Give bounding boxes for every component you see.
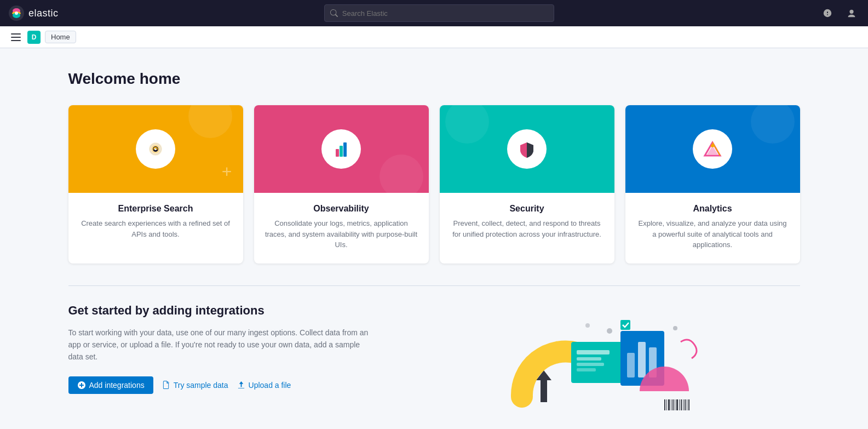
svg-rect-40 bbox=[672, 399, 674, 410]
observability-card[interactable]: Observability Consolidate your logs, met… bbox=[254, 105, 429, 264]
integrations-title: Get started by adding integrations bbox=[68, 304, 375, 318]
add-integrations-button[interactable]: Add integrations bbox=[68, 376, 153, 394]
security-card[interactable]: Security Prevent, collect, detect, and r… bbox=[440, 105, 614, 264]
svg-point-4 bbox=[15, 12, 18, 15]
svg-rect-27 bbox=[627, 353, 635, 377]
enterprise-search-icon-circle bbox=[136, 129, 175, 169]
top-navigation: elastic bbox=[0, 0, 868, 26]
analytics-desc: Explore, visualize, and analyze your dat… bbox=[636, 218, 789, 250]
svg-rect-38 bbox=[668, 399, 670, 410]
svg-rect-7 bbox=[11, 40, 21, 41]
analytics-card[interactable]: Analytics Explore, visualize, and analyz… bbox=[625, 105, 800, 264]
try-sample-data-button[interactable]: Try sample data bbox=[162, 381, 228, 390]
analytics-banner bbox=[625, 105, 800, 193]
search-bar[interactable] bbox=[324, 4, 554, 22]
svg-rect-37 bbox=[666, 399, 667, 410]
security-desc: Prevent, collect, detect, and respond to… bbox=[451, 218, 603, 239]
integrations-text-block: Get started by adding integrations To st… bbox=[68, 304, 375, 394]
observability-banner bbox=[254, 105, 429, 193]
svg-rect-41 bbox=[675, 399, 675, 410]
elastic-logo-icon bbox=[9, 5, 24, 21]
observability-icon-circle bbox=[321, 129, 361, 169]
svg-rect-47 bbox=[687, 399, 687, 410]
upload-file-button[interactable]: Upload a file bbox=[237, 381, 291, 390]
breadcrumb-bar: D Home bbox=[0, 26, 868, 48]
hamburger-icon bbox=[11, 32, 21, 42]
observability-body: Observability Consolidate your logs, met… bbox=[254, 193, 429, 264]
add-integrations-label: Add integrations bbox=[89, 381, 145, 390]
svg-rect-44 bbox=[681, 399, 682, 410]
svg-rect-6 bbox=[11, 37, 21, 38]
integrations-graphic bbox=[500, 298, 708, 419]
svg-rect-43 bbox=[679, 399, 680, 410]
svg-rect-12 bbox=[336, 149, 339, 157]
help-button[interactable] bbox=[820, 5, 835, 21]
help-icon bbox=[823, 8, 832, 18]
svg-rect-13 bbox=[340, 146, 343, 157]
integrations-section: Get started by adding integrations To st… bbox=[68, 304, 800, 413]
enterprise-search-body: Enterprise Search Create search experien… bbox=[68, 193, 243, 253]
svg-rect-35 bbox=[620, 320, 630, 330]
logo-label: elastic bbox=[28, 8, 59, 19]
plus-decoration: + bbox=[222, 162, 232, 182]
breadcrumb-home[interactable]: Home bbox=[45, 31, 76, 43]
analytics-body: Analytics Explore, visualize, and analyz… bbox=[625, 193, 800, 264]
svg-rect-46 bbox=[685, 399, 686, 410]
svg-rect-42 bbox=[676, 399, 678, 410]
enterprise-search-title: Enterprise Search bbox=[79, 204, 232, 214]
section-divider bbox=[68, 285, 800, 286]
enterprise-search-card[interactable]: + Enterprise Search Create bbox=[68, 105, 243, 264]
svg-rect-39 bbox=[671, 399, 671, 410]
search-input[interactable] bbox=[342, 9, 548, 18]
enterprise-search-desc: Create search experiences with a refined… bbox=[79, 218, 232, 239]
page-title: Welcome home bbox=[68, 70, 800, 88]
space-badge[interactable]: D bbox=[27, 31, 41, 44]
integrations-actions: Add integrations Try sample data Upload … bbox=[68, 376, 375, 394]
upload-icon bbox=[237, 381, 245, 389]
security-icon-circle bbox=[507, 129, 547, 169]
integrations-description: To start working with your data, use one… bbox=[68, 327, 375, 363]
security-title: Security bbox=[451, 204, 603, 214]
svg-point-33 bbox=[673, 326, 677, 330]
svg-point-18 bbox=[711, 144, 714, 147]
logo[interactable]: elastic bbox=[9, 5, 59, 21]
svg-point-32 bbox=[607, 328, 612, 334]
search-bar-wrapper bbox=[65, 4, 813, 22]
svg-rect-25 bbox=[577, 368, 596, 371]
svg-rect-21 bbox=[571, 342, 626, 383]
enterprise-search-icon bbox=[144, 138, 167, 161]
svg-point-11 bbox=[156, 148, 157, 149]
svg-rect-36 bbox=[664, 399, 665, 410]
try-sample-data-label: Try sample data bbox=[174, 381, 228, 390]
observability-icon bbox=[330, 138, 352, 160]
enterprise-search-banner: + bbox=[68, 105, 243, 193]
svg-rect-19 bbox=[541, 380, 547, 402]
security-banner bbox=[440, 105, 614, 193]
search-icon bbox=[330, 9, 338, 17]
observability-title: Observability bbox=[265, 204, 418, 214]
svg-rect-22 bbox=[577, 350, 610, 354]
svg-rect-48 bbox=[688, 399, 689, 410]
svg-rect-45 bbox=[683, 399, 683, 410]
svg-rect-23 bbox=[577, 357, 601, 361]
svg-rect-28 bbox=[638, 342, 646, 377]
analytics-icon-circle bbox=[693, 129, 732, 169]
menu-toggle-button[interactable] bbox=[9, 30, 23, 44]
svg-rect-14 bbox=[343, 142, 347, 157]
security-icon bbox=[516, 138, 538, 160]
observability-desc: Consolidate your logs, metrics, applicat… bbox=[265, 218, 418, 250]
analytics-icon bbox=[702, 138, 723, 160]
plus-circle-icon bbox=[77, 381, 86, 390]
topnav-right-actions bbox=[820, 5, 859, 21]
svg-point-34 bbox=[585, 323, 590, 328]
analytics-title: Analytics bbox=[636, 204, 789, 214]
upload-file-label: Upload a file bbox=[249, 381, 291, 390]
security-body: Security Prevent, collect, detect, and r… bbox=[440, 193, 614, 253]
user-menu-button[interactable] bbox=[844, 5, 859, 21]
document-icon bbox=[162, 381, 170, 389]
main-content: Welcome home + bbox=[51, 48, 818, 429]
svg-rect-24 bbox=[577, 363, 604, 366]
user-icon bbox=[847, 8, 856, 18]
solution-cards-grid: + Enterprise Search Create bbox=[68, 105, 800, 264]
svg-rect-5 bbox=[11, 33, 21, 35]
